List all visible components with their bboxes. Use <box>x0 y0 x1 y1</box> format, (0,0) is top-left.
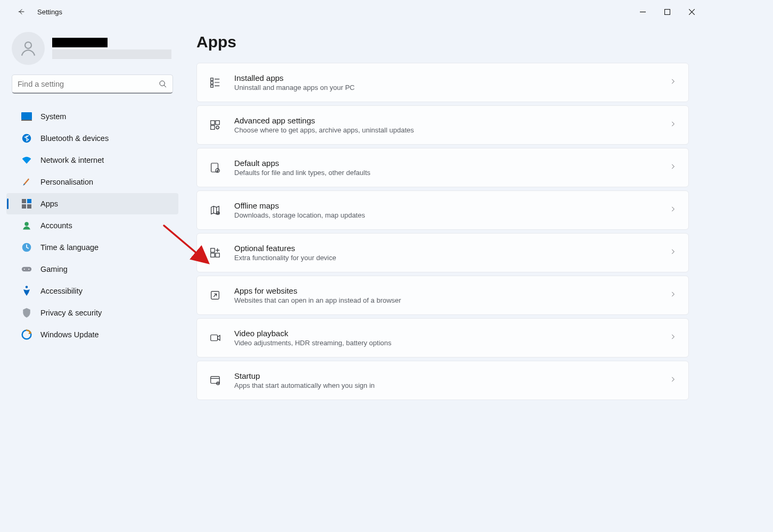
chevron-right-icon <box>669 120 677 130</box>
search-icon <box>159 80 167 88</box>
card-installed-apps[interactable]: Installed apps Uninstall and manage apps… <box>196 63 689 102</box>
nav-system[interactable]: System <box>6 106 178 127</box>
nav-label: Accessibility <box>40 287 83 295</box>
card-default-apps[interactable]: Default apps Defaults for file and link … <box>196 148 689 187</box>
nav-label: System <box>40 112 66 121</box>
card-optional-features[interactable]: Optional features Extra functionality fo… <box>196 233 689 272</box>
nav-bluetooth[interactable]: Bluetooth & devices <box>6 128 178 149</box>
card-title: Default apps <box>234 159 656 168</box>
nav-label: Network & internet <box>40 156 104 164</box>
card-offline-maps[interactable]: Offline maps Downloads, storage location… <box>196 190 689 230</box>
card-advanced-app-settings[interactable]: Advanced app settings Choose where to ge… <box>196 105 689 145</box>
nav-time-language[interactable]: Time & language <box>6 237 178 258</box>
wifi-icon <box>21 155 32 165</box>
profile-email-redacted <box>52 49 171 59</box>
svg-point-2 <box>160 81 165 86</box>
close-button[interactable] <box>679 3 704 20</box>
app-title: Settings <box>37 8 62 16</box>
nav-accessibility[interactable]: Accessibility <box>6 280 178 302</box>
minimize-icon <box>640 9 646 15</box>
chevron-right-icon <box>669 78 677 87</box>
card-apps-for-websites[interactable]: Apps for websites Websites that can open… <box>196 276 689 315</box>
card-video-playback[interactable]: Video playback Video adjustments, HDR st… <box>196 318 689 358</box>
bluetooth-icon <box>21 133 32 144</box>
nav-apps[interactable]: Apps <box>6 193 178 214</box>
optional-features-icon <box>209 246 221 259</box>
back-arrow-icon <box>17 7 26 16</box>
svg-rect-8 <box>22 204 26 209</box>
window-controls <box>630 3 704 20</box>
svg-rect-6 <box>22 199 26 203</box>
svg-rect-4 <box>21 120 32 121</box>
offline-maps-icon <box>209 204 221 217</box>
card-startup[interactable]: Startup Apps that start automatically wh… <box>196 361 689 400</box>
back-button[interactable] <box>13 3 30 20</box>
nav-label: Windows Update <box>40 330 99 339</box>
profile-text <box>52 38 173 59</box>
nav-privacy[interactable]: Privacy & security <box>6 302 178 323</box>
card-title: Advanced app settings <box>234 116 656 125</box>
svg-rect-9 <box>27 204 31 209</box>
shield-icon <box>21 307 32 318</box>
svg-rect-12 <box>22 267 31 271</box>
svg-rect-28 <box>211 253 215 257</box>
nav-gaming[interactable]: Gaming <box>6 259 178 280</box>
svg-point-13 <box>24 269 25 270</box>
main-area: Apps Installed apps Uninstall and manage… <box>182 23 704 482</box>
svg-rect-21 <box>216 121 219 124</box>
card-title: Video playback <box>234 329 656 338</box>
content-area: System Bluetooth & devices Network & int… <box>3 23 704 482</box>
chevron-right-icon <box>669 290 677 300</box>
svg-rect-7 <box>27 199 31 203</box>
chevron-right-icon <box>669 248 677 257</box>
card-title: Offline maps <box>234 201 656 210</box>
person-icon <box>19 39 38 58</box>
default-apps-icon <box>209 161 221 174</box>
card-list: Installed apps Uninstall and manage apps… <box>196 63 689 400</box>
apps-icon <box>21 198 32 209</box>
svg-rect-20 <box>211 121 215 124</box>
profile-name-redacted <box>52 38 108 47</box>
search-input[interactable] <box>18 80 159 88</box>
maximize-icon <box>664 9 670 15</box>
card-title: Apps for websites <box>234 286 656 295</box>
nav-accounts[interactable]: Accounts <box>6 215 178 236</box>
update-icon <box>21 329 32 340</box>
nav-network[interactable]: Network & internet <box>6 149 178 171</box>
svg-rect-31 <box>211 335 218 341</box>
nav-label: Accounts <box>40 221 72 230</box>
svg-point-15 <box>26 286 28 288</box>
apps-for-websites-icon <box>209 289 221 302</box>
nav-label: Bluetooth & devices <box>40 134 109 143</box>
search-box[interactable] <box>12 74 173 94</box>
nav-windows-update[interactable]: Windows Update <box>6 324 178 345</box>
svg-point-23 <box>216 126 219 129</box>
nav-personalisation[interactable]: Personalisation <box>6 171 178 193</box>
gamepad-icon <box>21 264 32 275</box>
settings-window: Settings <box>3 0 704 482</box>
close-icon <box>689 9 695 15</box>
system-icon <box>21 111 32 122</box>
titlebar: Settings <box>3 0 704 23</box>
installed-apps-icon <box>209 76 221 89</box>
nav-label: Personalisation <box>40 178 93 186</box>
card-sub: Websites that can open in an app instead… <box>234 296 656 304</box>
card-sub: Defaults for file and link types, other … <box>234 169 656 177</box>
svg-rect-27 <box>211 248 215 252</box>
svg-point-14 <box>28 269 29 270</box>
maximize-button[interactable] <box>655 3 679 20</box>
svg-rect-17 <box>211 78 213 81</box>
paintbrush-icon <box>21 177 32 187</box>
card-title: Installed apps <box>234 73 656 82</box>
video-playback-icon <box>209 331 221 344</box>
nav-label: Time & language <box>40 243 98 252</box>
minimize-button[interactable] <box>630 3 655 20</box>
card-title: Optional features <box>234 244 656 253</box>
profile-block[interactable] <box>3 29 182 74</box>
chevron-right-icon <box>669 376 677 385</box>
svg-rect-3 <box>21 112 32 120</box>
svg-rect-18 <box>211 81 213 84</box>
startup-icon <box>209 374 221 387</box>
svg-rect-29 <box>216 253 219 257</box>
chevron-right-icon <box>669 205 677 215</box>
